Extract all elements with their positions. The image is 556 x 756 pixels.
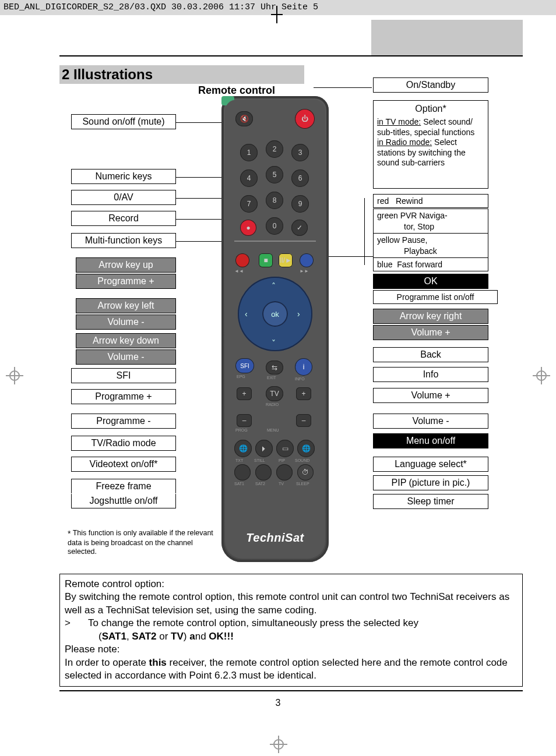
note-l2: By switching the remote control option, …	[65, 591, 518, 617]
tv-button[interactable]: TV	[266, 386, 283, 401]
key-1[interactable]: 1	[240, 144, 258, 161]
sleep-label: SLEEP	[296, 482, 309, 486]
leader	[326, 256, 374, 257]
sound-button[interactable]: 🌐	[297, 440, 315, 457]
label-yellow-l2: Playback	[373, 245, 488, 258]
crop-mark-left	[6, 367, 23, 384]
ff-icon: ►►	[300, 269, 309, 274]
label-freeze: Freeze frame	[71, 479, 176, 493]
green-button[interactable]: ■	[259, 253, 273, 267]
vol-plus-button[interactable]: +	[296, 387, 311, 400]
note-l3a: To change the remote control option, sim…	[88, 617, 418, 628]
radio-label: RADIO	[266, 402, 279, 407]
key-8[interactable]: 8	[266, 192, 283, 209]
prog-minus-button[interactable]: –	[237, 414, 252, 427]
ok-button[interactable]: ok	[262, 301, 288, 327]
check-button[interactable]: ✓	[291, 220, 308, 236]
arrow-up[interactable]: ˄	[272, 281, 276, 291]
still-button[interactable]: ⏵	[255, 440, 273, 457]
arrow-left[interactable]: ‹	[245, 309, 248, 319]
label-vol-plus2: Volume +	[373, 388, 488, 403]
label-sleep: Sleep timer	[373, 494, 488, 509]
power-button[interactable]: ⏻	[295, 109, 315, 129]
prog-label: PROG	[235, 428, 248, 432]
yellow-button[interactable]: II/►	[279, 253, 293, 267]
sat1-label: SAT1	[234, 482, 244, 486]
label-red: red Rewind	[373, 194, 488, 208]
label-arrow-right: Arrow key right	[373, 309, 488, 324]
label-arrow-up: Arrow key up	[76, 257, 176, 273]
sfi-button[interactable]: SFI	[235, 358, 254, 373]
exit-button[interactable]: ⇆	[266, 361, 283, 375]
label-vol-minus3: Volume -	[373, 414, 488, 429]
arrow-down[interactable]: ˅	[272, 338, 276, 348]
brand-logo: TechniSat	[221, 531, 329, 545]
label-blue: blue Fast forward	[373, 257, 488, 271]
leader	[364, 198, 365, 265]
remote-option-note: Remote control option: By switching the …	[59, 574, 523, 687]
label-language: Language select*	[373, 457, 488, 472]
label-info: Info	[373, 367, 488, 382]
key-3[interactable]: 3	[291, 144, 309, 161]
option-title: Option*	[377, 103, 484, 115]
red-button[interactable]	[235, 253, 249, 267]
and-a: a	[189, 631, 195, 642]
label-videotext: Videotext on/off*	[71, 457, 176, 472]
record-button[interactable]: ●	[240, 220, 256, 236]
prog-plus-button[interactable]: +	[237, 387, 252, 400]
crop-mark-right	[533, 367, 550, 384]
info-button[interactable]: i	[295, 358, 312, 376]
label-sfi: SFI	[71, 368, 176, 383]
vol-minus-button[interactable]: –	[296, 414, 311, 427]
txt-label: TXT	[235, 458, 243, 462]
label-numeric: Numeric keys	[71, 169, 176, 184]
section-heading: 2 Illustrations	[59, 65, 304, 84]
label-pip: PIP (picture in pic.)	[373, 475, 488, 490]
key-4[interactable]: 4	[240, 169, 258, 187]
crop-mark-bottom	[270, 736, 287, 753]
info-label: INFO	[295, 377, 305, 381]
pip-button[interactable]: ▭	[276, 440, 294, 457]
label-standby: On/Standby	[373, 77, 488, 93]
label-vol-minus2: Volume -	[76, 349, 176, 365]
key-0[interactable]: 0	[266, 217, 283, 235]
label-tvradio: TV/Radio mode	[71, 436, 176, 451]
page-number: 3	[0, 698, 556, 708]
option-radio-label: in Radio mode:	[377, 137, 432, 147]
label-vol-minus: Volume -	[76, 315, 176, 330]
label-proglist: Programme list on/off	[373, 290, 498, 304]
rule-top	[59, 55, 523, 56]
key-9[interactable]: 9	[291, 195, 309, 213]
blue-button[interactable]	[300, 253, 314, 267]
sat2-label: SAT2	[255, 482, 265, 486]
option-tv-label: in TV mode:	[377, 117, 421, 126]
sat1-bold: SAT1	[102, 631, 126, 642]
txt-button[interactable]: 🌐	[234, 440, 252, 457]
footnote-text: This function is only available if the r…	[68, 529, 213, 556]
arrow-right[interactable]: ›	[297, 309, 300, 319]
mute-button[interactable]: 🔇	[235, 111, 253, 126]
exit-label: EXIT	[267, 376, 276, 380]
note-l5a: In order to operate	[65, 657, 149, 668]
sound-label: SOUND	[295, 458, 309, 462]
key-6[interactable]: 6	[291, 169, 309, 187]
pip-label: PIP	[279, 458, 285, 462]
key-5[interactable]: 5	[266, 166, 283, 183]
label-prog-minus: Programme -	[71, 414, 176, 429]
sleep-button[interactable]: ⏱	[297, 464, 314, 481]
label-mute: Sound on/off (mute)	[71, 114, 176, 129]
sat1-button[interactable]	[234, 464, 251, 481]
multifn-bar	[234, 241, 316, 242]
rule-bottom	[59, 690, 523, 691]
paren-close: )	[184, 631, 189, 642]
comma1: ,	[126, 631, 132, 642]
menu-label: MENU	[267, 428, 279, 432]
label-prog-plus: Programme +	[76, 274, 176, 289]
key-2[interactable]: 2	[266, 140, 283, 158]
key-7[interactable]: 7	[240, 195, 258, 213]
note-l1: Remote control option:	[65, 578, 518, 591]
or-text: or	[157, 631, 171, 642]
sat2-button[interactable]	[255, 464, 272, 481]
tvsel-button[interactable]	[276, 464, 293, 481]
label-ok: OK	[373, 274, 488, 289]
